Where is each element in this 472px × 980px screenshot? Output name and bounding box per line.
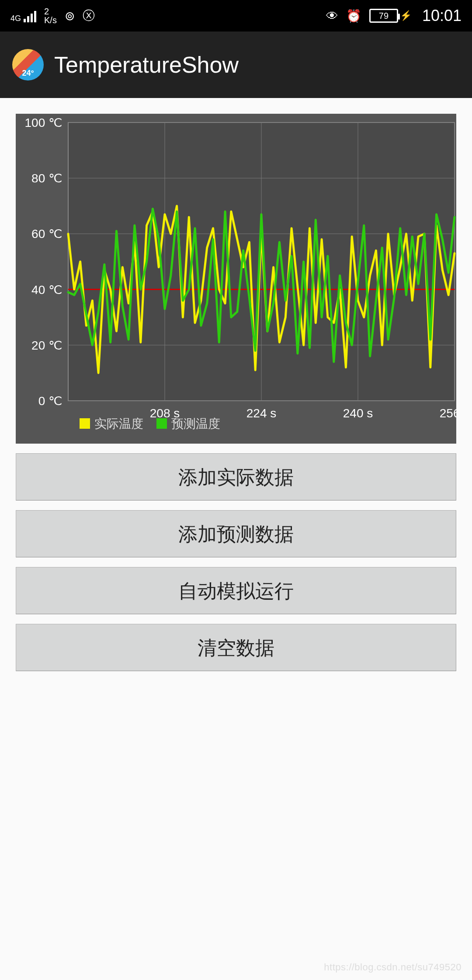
svg-text:预测温度: 预测温度 [171,417,220,430]
clear-button[interactable]: 清空数据 [16,624,456,671]
status-right: 👁 ⏰ 79 ⚡ 10:01 [326,7,462,25]
svg-text:80 ℃: 80 ℃ [31,172,62,185]
add-real-button[interactable]: 添加实际数据 [16,453,456,500]
svg-text:224 s: 224 s [246,406,277,420]
svg-rect-24 [156,418,167,429]
chart-svg: 0 ℃20 ℃40 ℃60 ℃80 ℃100 ℃208 s224 s240 s2… [16,114,456,444]
svg-text:100 ℃: 100 ℃ [25,116,62,130]
clock: 10:01 [422,7,462,25]
add-predict-button[interactable]: 添加预测数据 [16,510,456,557]
alarm-icon: ⏰ [346,9,361,23]
speed-indicator: 2 K/s [44,7,57,24]
content-area: 0 ℃20 ℃40 ℃60 ℃80 ℃100 ℃208 s224 s240 s2… [0,98,472,687]
svg-text:256 s: 256 s [440,406,456,420]
wifi-off-icon: ⓧ [83,7,95,24]
network-icon: 4G [10,9,36,22]
charging-icon: ⚡ [400,10,412,21]
svg-text:20 ℃: 20 ℃ [31,339,62,352]
svg-text:240 s: 240 s [343,406,373,420]
app-icon: 24° [12,49,44,80]
svg-rect-22 [80,418,90,429]
auto-run-button[interactable]: 自动模拟运行 [16,567,456,614]
svg-text:60 ℃: 60 ℃ [31,227,62,241]
temperature-chart[interactable]: 0 ℃20 ℃40 ℃60 ℃80 ℃100 ℃208 s224 s240 s2… [16,114,456,444]
app-bar: 24° TemperatureShow [0,32,472,98]
watermark: https://blog.csdn.net/su749520 [324,962,462,973]
status-bar: 4G 2 K/s ⊚ ⓧ 👁 ⏰ 79 ⚡ 10:01 [0,0,472,32]
svg-text:40 ℃: 40 ℃ [31,283,62,297]
svg-text:0 ℃: 0 ℃ [38,394,62,408]
eye-icon: 👁 [326,9,338,23]
svg-text:实际温度: 实际温度 [94,417,143,430]
app-title: TemperatureShow [54,52,239,78]
signal-icon [24,9,36,22]
music-icon: ⊚ [65,9,75,23]
status-left: 4G 2 K/s ⊚ ⓧ [10,7,95,24]
battery-icon: 79 ⚡ [369,9,412,23]
